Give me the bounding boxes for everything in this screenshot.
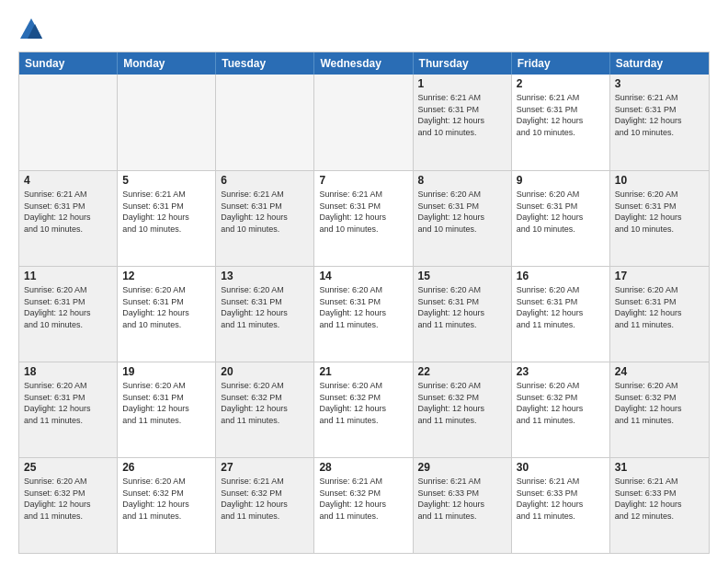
header-day-friday: Friday — [512, 52, 610, 75]
day-info: Sunrise: 6:20 AM Sunset: 6:32 PM Dayligh… — [615, 380, 704, 426]
header-day-saturday: Saturday — [610, 52, 709, 75]
day-number: 3 — [615, 77, 704, 90]
calendar-cell: 7Sunrise: 6:21 AM Sunset: 6:31 PM Daylig… — [314, 171, 413, 266]
calendar-cell: 5Sunrise: 6:21 AM Sunset: 6:31 PM Daylig… — [118, 171, 216, 266]
day-number: 30 — [517, 461, 605, 474]
calendar-cell — [19, 75, 118, 170]
day-number: 2 — [517, 77, 605, 90]
calendar-cell: 12Sunrise: 6:20 AM Sunset: 6:31 PM Dayli… — [118, 267, 216, 362]
calendar-row-3: 11Sunrise: 6:20 AM Sunset: 6:31 PM Dayli… — [19, 266, 709, 362]
day-number: 31 — [615, 461, 704, 474]
calendar-cell: 31Sunrise: 6:21 AM Sunset: 6:33 PM Dayli… — [610, 458, 709, 553]
day-info: Sunrise: 6:20 AM Sunset: 6:32 PM Dayligh… — [24, 476, 112, 522]
calendar-cell: 1Sunrise: 6:21 AM Sunset: 6:31 PM Daylig… — [414, 75, 512, 170]
day-number: 17 — [615, 270, 704, 282]
calendar-cell: 19Sunrise: 6:20 AM Sunset: 6:31 PM Dayli… — [118, 362, 216, 457]
day-info: Sunrise: 6:21 AM Sunset: 6:31 PM Dayligh… — [221, 189, 309, 235]
calendar-header: SundayMondayTuesdayWednesdayThursdayFrid… — [19, 52, 709, 75]
calendar-cell — [216, 75, 314, 170]
calendar-cell — [314, 75, 413, 170]
day-info: Sunrise: 6:20 AM Sunset: 6:31 PM Dayligh… — [122, 284, 210, 330]
day-info: Sunrise: 6:20 AM Sunset: 6:31 PM Dayligh… — [418, 284, 506, 330]
calendar-row-4: 18Sunrise: 6:20 AM Sunset: 6:31 PM Dayli… — [19, 362, 709, 457]
day-number: 25 — [24, 461, 112, 474]
header-day-tuesday: Tuesday — [216, 52, 314, 75]
day-number: 5 — [122, 174, 210, 187]
day-info: Sunrise: 6:20 AM Sunset: 6:32 PM Dayligh… — [418, 380, 506, 426]
calendar-cell: 27Sunrise: 6:21 AM Sunset: 6:32 PM Dayli… — [216, 458, 314, 553]
day-number: 9 — [517, 174, 605, 187]
day-info: Sunrise: 6:20 AM Sunset: 6:31 PM Dayligh… — [24, 380, 112, 426]
calendar-cell: 21Sunrise: 6:20 AM Sunset: 6:32 PM Dayli… — [314, 362, 413, 457]
calendar-cell: 20Sunrise: 6:20 AM Sunset: 6:32 PM Dayli… — [216, 362, 314, 457]
day-number: 20 — [221, 365, 309, 378]
calendar-cell: 30Sunrise: 6:21 AM Sunset: 6:33 PM Dayli… — [512, 458, 610, 553]
page: SundayMondayTuesdayWednesdayThursdayFrid… — [0, 0, 728, 563]
calendar-cell: 3Sunrise: 6:21 AM Sunset: 6:31 PM Daylig… — [610, 75, 709, 170]
calendar-cell: 15Sunrise: 6:20 AM Sunset: 6:31 PM Dayli… — [414, 267, 512, 362]
calendar-cell: 17Sunrise: 6:20 AM Sunset: 6:31 PM Dayli… — [610, 267, 709, 362]
header-day-monday: Monday — [118, 52, 216, 75]
calendar-cell: 29Sunrise: 6:21 AM Sunset: 6:33 PM Dayli… — [414, 458, 512, 553]
day-info: Sunrise: 6:20 AM Sunset: 6:32 PM Dayligh… — [517, 380, 605, 426]
day-number: 28 — [319, 461, 407, 474]
day-info: Sunrise: 6:20 AM Sunset: 6:31 PM Dayligh… — [418, 189, 506, 235]
calendar-cell: 28Sunrise: 6:21 AM Sunset: 6:32 PM Dayli… — [314, 458, 413, 553]
day-number: 19 — [122, 365, 210, 378]
day-info: Sunrise: 6:21 AM Sunset: 6:32 PM Dayligh… — [221, 476, 309, 522]
calendar-cell: 24Sunrise: 6:20 AM Sunset: 6:32 PM Dayli… — [610, 362, 709, 457]
day-info: Sunrise: 6:20 AM Sunset: 6:32 PM Dayligh… — [122, 476, 210, 522]
day-number: 21 — [319, 365, 407, 378]
calendar-cell: 18Sunrise: 6:20 AM Sunset: 6:31 PM Dayli… — [19, 362, 118, 457]
calendar-cell: 22Sunrise: 6:20 AM Sunset: 6:32 PM Dayli… — [414, 362, 512, 457]
day-info: Sunrise: 6:21 AM Sunset: 6:33 PM Dayligh… — [615, 476, 704, 522]
calendar-cell — [118, 75, 216, 170]
day-info: Sunrise: 6:20 AM Sunset: 6:31 PM Dayligh… — [24, 284, 112, 330]
header-day-sunday: Sunday — [19, 52, 118, 75]
day-number: 16 — [517, 270, 605, 282]
calendar: SundayMondayTuesdayWednesdayThursdayFrid… — [18, 52, 710, 554]
calendar-cell: 26Sunrise: 6:20 AM Sunset: 6:32 PM Dayli… — [118, 458, 216, 553]
day-info: Sunrise: 6:21 AM Sunset: 6:31 PM Dayligh… — [517, 92, 605, 138]
day-info: Sunrise: 6:20 AM Sunset: 6:32 PM Dayligh… — [221, 380, 309, 426]
day-number: 27 — [221, 461, 309, 474]
calendar-cell: 14Sunrise: 6:20 AM Sunset: 6:31 PM Dayli… — [314, 267, 413, 362]
day-info: Sunrise: 6:21 AM Sunset: 6:31 PM Dayligh… — [24, 189, 112, 235]
day-info: Sunrise: 6:21 AM Sunset: 6:31 PM Dayligh… — [319, 189, 407, 235]
day-number: 8 — [418, 174, 506, 187]
calendar-cell: 2Sunrise: 6:21 AM Sunset: 6:31 PM Daylig… — [512, 75, 610, 170]
day-number: 14 — [319, 270, 407, 282]
day-info: Sunrise: 6:21 AM Sunset: 6:33 PM Dayligh… — [418, 476, 506, 522]
day-number: 15 — [418, 270, 506, 282]
day-number: 24 — [615, 365, 704, 378]
calendar-cell: 6Sunrise: 6:21 AM Sunset: 6:31 PM Daylig… — [216, 171, 314, 266]
day-number: 22 — [418, 365, 506, 378]
day-info: Sunrise: 6:20 AM Sunset: 6:31 PM Dayligh… — [221, 284, 309, 330]
day-number: 1 — [418, 77, 506, 90]
day-info: Sunrise: 6:20 AM Sunset: 6:31 PM Dayligh… — [122, 380, 210, 426]
day-info: Sunrise: 6:21 AM Sunset: 6:32 PM Dayligh… — [319, 476, 407, 522]
header-day-thursday: Thursday — [414, 52, 512, 75]
day-info: Sunrise: 6:20 AM Sunset: 6:31 PM Dayligh… — [319, 284, 407, 330]
header — [18, 17, 710, 42]
day-info: Sunrise: 6:20 AM Sunset: 6:31 PM Dayligh… — [615, 189, 704, 235]
calendar-cell: 11Sunrise: 6:20 AM Sunset: 6:31 PM Dayli… — [19, 267, 118, 362]
day-info: Sunrise: 6:20 AM Sunset: 6:32 PM Dayligh… — [319, 380, 407, 426]
calendar-row-1: 1Sunrise: 6:21 AM Sunset: 6:31 PM Daylig… — [19, 75, 709, 170]
calendar-cell: 9Sunrise: 6:20 AM Sunset: 6:31 PM Daylig… — [512, 171, 610, 266]
day-info: Sunrise: 6:20 AM Sunset: 6:31 PM Dayligh… — [615, 284, 704, 330]
calendar-cell: 25Sunrise: 6:20 AM Sunset: 6:32 PM Dayli… — [19, 458, 118, 553]
calendar-cell: 10Sunrise: 6:20 AM Sunset: 6:31 PM Dayli… — [610, 171, 709, 266]
header-day-wednesday: Wednesday — [314, 52, 413, 75]
calendar-cell: 23Sunrise: 6:20 AM Sunset: 6:32 PM Dayli… — [512, 362, 610, 457]
day-number: 4 — [24, 174, 112, 187]
calendar-row-2: 4Sunrise: 6:21 AM Sunset: 6:31 PM Daylig… — [19, 170, 709, 266]
day-number: 7 — [319, 174, 407, 187]
logo-icon — [18, 17, 44, 42]
logo — [18, 17, 48, 42]
calendar-cell: 16Sunrise: 6:20 AM Sunset: 6:31 PM Dayli… — [512, 267, 610, 362]
day-number: 12 — [122, 270, 210, 282]
day-number: 13 — [221, 270, 309, 282]
day-info: Sunrise: 6:21 AM Sunset: 6:31 PM Dayligh… — [122, 189, 210, 235]
calendar-cell: 4Sunrise: 6:21 AM Sunset: 6:31 PM Daylig… — [19, 171, 118, 266]
